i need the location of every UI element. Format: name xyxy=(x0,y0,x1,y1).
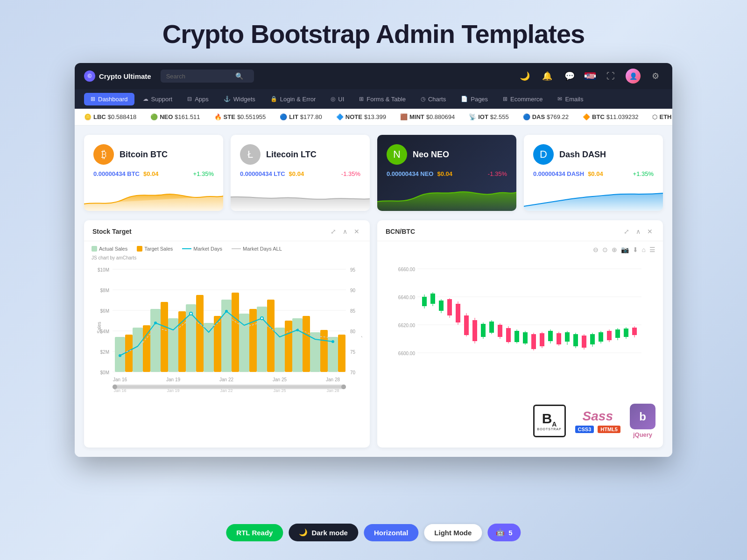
zoom-out-icon[interactable]: ⊖ xyxy=(593,246,599,253)
svg-rect-117 xyxy=(590,334,595,344)
moon-icon[interactable]: 🌙 xyxy=(517,69,532,84)
expand-icon[interactable]: ⛶ xyxy=(603,69,618,84)
sass-logo-group: Sass CSS3 HTML5 xyxy=(575,409,620,433)
svg-rect-42 xyxy=(285,321,292,372)
widgets-icon: ⚓ xyxy=(224,96,231,102)
amcharts-credit: JS chart by amCharts xyxy=(92,255,362,260)
zoom-reset-icon[interactable]: ⊙ xyxy=(602,246,608,253)
nav-item-forms[interactable]: ⊞ Forms & Table xyxy=(352,93,412,105)
download-icon[interactable]: ⬇ xyxy=(633,246,638,253)
svg-rect-40 xyxy=(249,309,257,372)
crypto-amount: 0.00000434 NEO xyxy=(387,170,433,177)
search-bar[interactable]: 🔍 xyxy=(161,70,254,83)
crypto-card-neo: N Neo NEO 0.00000434 NEO $0.04 -1.35% xyxy=(377,135,516,211)
svg-text:Jan 28: Jan 28 xyxy=(326,388,339,393)
message-icon[interactable]: 💬 xyxy=(562,69,577,84)
nav-item-emails[interactable]: ✉ Emails xyxy=(551,93,590,105)
nav-item-support[interactable]: ☁ Support xyxy=(136,93,179,105)
svg-rect-109 xyxy=(557,333,561,344)
nav-item-ui[interactable]: ◎ UI xyxy=(324,93,351,105)
avatar[interactable]: 👤 xyxy=(626,69,641,84)
legend-market-label: Market Days xyxy=(193,246,222,252)
close-ctrl[interactable]: ✕ xyxy=(352,227,361,236)
brand[interactable]: © Crypto Ultimate xyxy=(84,70,151,82)
svg-rect-89 xyxy=(472,320,477,341)
nav-item-label: Ecommerce xyxy=(510,96,543,103)
brand-icon: © xyxy=(84,70,95,82)
sliders-icon[interactable]: ⚙ xyxy=(648,69,663,84)
svg-rect-101 xyxy=(523,332,528,343)
forms-icon: ⊞ xyxy=(359,96,364,102)
crypto-values: 0.00000434 DASH $0.04 +1.35% xyxy=(533,170,654,177)
stock-chart-title: Stock Target xyxy=(92,228,132,235)
candle-chart-panel: BCN/BTC ⤢ ∧ ✕ ⊖ ⊙ ⊕ 📷 ⬇ ⌂ ☰ xyxy=(377,220,663,448)
dash-sparkline xyxy=(524,183,663,211)
svg-text:6620.00: 6620.00 xyxy=(398,323,416,328)
crypto-change: -1.35% xyxy=(488,170,507,177)
stock-chart-panel: Stock Target ⤢ ∧ ✕ Actual Sales xyxy=(84,220,370,448)
svg-text:90: 90 xyxy=(350,288,356,293)
close-ctrl[interactable]: ✕ xyxy=(645,227,655,236)
camera-icon[interactable]: 📷 xyxy=(621,246,629,253)
candle-svg: 6660.00 6640.00 6620.00 6600.00 xyxy=(385,257,655,397)
svg-text:Jan 19: Jan 19 xyxy=(166,377,180,382)
ticker-item: 📡 IOT $2.555 xyxy=(469,113,508,120)
crypto-values: 0.00000434 NEO $0.04 -1.35% xyxy=(387,170,507,177)
svg-text:Jan 28: Jan 28 xyxy=(326,377,340,382)
home-icon[interactable]: ⌂ xyxy=(642,246,646,253)
crypto-change: -1.35% xyxy=(341,170,360,177)
zoom-in-icon[interactable]: ⊕ xyxy=(612,246,617,253)
svg-rect-35 xyxy=(161,302,168,372)
svg-text:6660.00: 6660.00 xyxy=(398,267,416,272)
nav-item-apps[interactable]: ⊟ Apps xyxy=(181,93,215,105)
panel-header: Stock Target ⤢ ∧ ✕ xyxy=(84,220,370,241)
svg-text:70: 70 xyxy=(350,370,356,375)
nav-item-dashboard[interactable]: ⊞ Dashboard xyxy=(84,93,134,105)
num-badge[interactable]: 🤖 5 xyxy=(487,524,521,541)
svg-rect-107 xyxy=(548,331,553,341)
svg-rect-125 xyxy=(624,329,628,337)
nav-item-label: Support xyxy=(151,96,173,103)
collapse-ctrl[interactable]: ∧ xyxy=(634,227,642,236)
svg-rect-95 xyxy=(498,325,502,337)
flag-icon[interactable]: 🇺🇸 xyxy=(585,72,596,80)
nav-item-login[interactable]: 🔒 Login & Error xyxy=(264,93,323,105)
svg-text:Jan 19: Jan 19 xyxy=(167,388,179,393)
nav-item-widgets[interactable]: ⚓ Widgets xyxy=(217,93,262,105)
light-mode-badge[interactable]: Light Mode xyxy=(424,524,482,541)
svg-text:Jan 16: Jan 16 xyxy=(113,388,126,393)
svg-rect-91 xyxy=(481,324,486,337)
app-container: © Crypto Ultimate 🔍 🌙 🔔 💬 🇺🇸 ⛶ 👤 ⚙ ⊞ Das… xyxy=(75,63,672,457)
crypto-amount: 0.00000434 DASH xyxy=(533,170,584,177)
nav-menu: ⊞ Dashboard ☁ Support ⊟ Apps ⚓ Widgets 🔒… xyxy=(75,89,672,109)
collapse-ctrl[interactable]: ∧ xyxy=(341,227,349,236)
search-input[interactable] xyxy=(166,73,232,80)
expand-ctrl[interactable]: ⤢ xyxy=(622,227,631,236)
rtl-badge[interactable]: RTL Ready xyxy=(226,524,283,541)
svg-rect-43 xyxy=(303,316,310,372)
nav-item-ecommerce[interactable]: ⊞ Ecommerce xyxy=(496,93,549,105)
bootstrap-text: BOOTSTRAP xyxy=(537,427,561,431)
nav-item-pages[interactable]: 📄 Pages xyxy=(454,93,494,105)
rtl-label: RTL Ready xyxy=(236,529,273,537)
jquery-logo-group: b jQuery xyxy=(630,404,655,438)
horizontal-badge[interactable]: Horizontal xyxy=(364,524,418,541)
dark-mode-badge[interactable]: 🌙 Dark mode xyxy=(289,524,358,541)
svg-rect-121 xyxy=(607,331,612,340)
jquery-b: b xyxy=(639,410,646,423)
legend-actual-label: Actual Sales xyxy=(99,246,127,252)
svg-rect-113 xyxy=(573,334,578,346)
menu-icon[interactable]: ☰ xyxy=(649,246,655,253)
svg-rect-79 xyxy=(430,294,435,304)
expand-ctrl[interactable]: ⤢ xyxy=(329,227,338,236)
svg-rect-37 xyxy=(196,295,204,372)
neo-logo: N xyxy=(387,144,407,165)
bell-icon[interactable]: 🔔 xyxy=(540,69,555,84)
svg-text:Sales: Sales xyxy=(97,322,102,333)
ticker-item: 🟫 MINT $0.880694 xyxy=(400,113,455,120)
login-icon: 🔒 xyxy=(270,96,277,102)
legend-target-box xyxy=(137,246,142,252)
moon-icon: 🌙 xyxy=(299,528,308,537)
nav-item-charts[interactable]: ◷ Charts xyxy=(414,93,452,105)
crypto-name: Bitcoin BTC xyxy=(120,150,168,160)
